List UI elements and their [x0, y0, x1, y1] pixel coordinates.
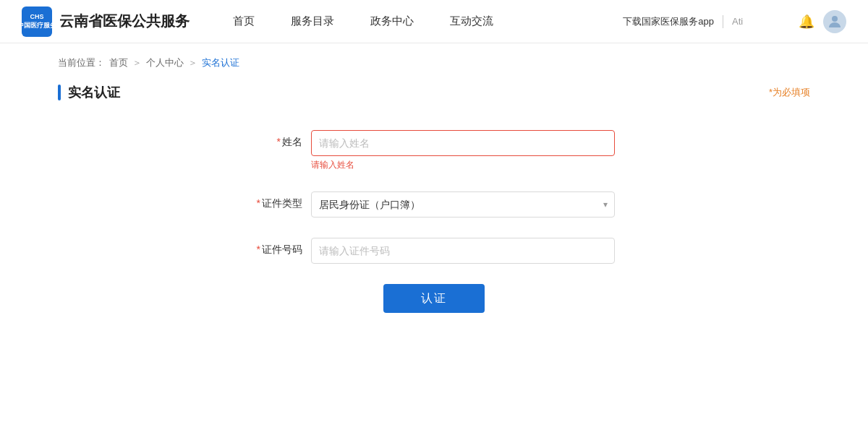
name-required-star: * — [277, 136, 281, 147]
name-field-row: *姓名 请输入姓名 — [253, 130, 615, 171]
page-content: 实名认证 *为必填项 *姓名 请输入姓名 *证件类型 居民身份证（户口簿） — [0, 77, 868, 342]
logo-icon: CHS 中国医疗服务 — [22, 7, 52, 37]
cert-type-field-row: *证件类型 居民身份证（户口簿） 护照 港澳居民来往内地通行证 台湾居民来往大陆… — [253, 191, 615, 218]
svg-point-0 — [832, 16, 838, 22]
page-title-text: 实名认证 — [68, 84, 120, 101]
title-bar-decoration — [58, 85, 61, 100]
name-error-msg: 请输入姓名 — [311, 159, 615, 171]
required-note: *为必填项 — [769, 86, 810, 99]
submit-row: 认证 — [253, 284, 615, 313]
breadcrumb-current: 实名认证 — [202, 56, 239, 69]
avatar[interactable] — [823, 10, 846, 33]
breadcrumb-home[interactable]: 首页 — [109, 56, 128, 69]
name-input[interactable] — [311, 130, 615, 156]
username-display: Ati — [732, 16, 790, 27]
cert-no-input[interactable] — [311, 238, 615, 264]
cert-no-field-row: *证件号码 — [253, 238, 615, 264]
name-label: *姓名 — [253, 130, 311, 149]
real-name-form: *姓名 请输入姓名 *证件类型 居民身份证（户口簿） 护照 港澳居民来往内地通行… — [253, 123, 615, 313]
breadcrumb-prefix: 当前位置： — [58, 56, 105, 69]
nav-interaction[interactable]: 互动交流 — [450, 14, 493, 28]
header-divider — [723, 15, 723, 28]
cert-no-required-star: * — [257, 244, 260, 255]
name-field-wrap: 请输入姓名 — [311, 130, 615, 171]
cert-no-label: *证件号码 — [253, 238, 311, 257]
header-right: 下载国家医保服务app Ati 🔔 — [623, 10, 846, 33]
nav-government[interactable]: 政务中心 — [370, 14, 414, 28]
logo-area: CHS 中国医疗服务 云南省医保公共服务 — [22, 7, 190, 37]
breadcrumb: 当前位置： 首页 ＞ 个人中心 ＞ 实名认证 — [58, 56, 810, 69]
main-nav: 首页 服务目录 政务中心 互动交流 — [233, 14, 623, 28]
cert-type-select[interactable]: 居民身份证（户口簿） 护照 港澳居民来往内地通行证 台湾居民来往大陆通行证 — [311, 191, 615, 218]
nav-home[interactable]: 首页 — [233, 14, 255, 28]
cert-no-field-wrap — [311, 238, 615, 264]
submit-button[interactable]: 认证 — [383, 284, 485, 313]
page-title-row: 实名认证 *为必填项 — [58, 84, 810, 101]
cert-type-required-star: * — [257, 197, 260, 209]
breadcrumb-sep-1: ＞ — [132, 56, 142, 69]
page-title: 实名认证 — [58, 84, 120, 101]
header: CHS 中国医疗服务 云南省医保公共服务 首页 服务目录 政务中心 互动交流 下… — [0, 0, 868, 43]
nav-services[interactable]: 服务目录 — [291, 14, 334, 28]
site-title: 云南省医保公共服务 — [59, 12, 190, 31]
cert-type-label: *证件类型 — [253, 191, 311, 210]
download-app-link[interactable]: 下载国家医保服务app — [623, 15, 714, 28]
cert-type-select-wrap: 居民身份证（户口簿） 护照 港澳居民来往内地通行证 台湾居民来往大陆通行证 ▾ — [311, 191, 615, 218]
breadcrumb-sep-2: ＞ — [188, 56, 197, 69]
breadcrumb-area: 当前位置： 首页 ＞ 个人中心 ＞ 实名认证 — [0, 43, 868, 77]
notification-bell-icon[interactable]: 🔔 — [799, 14, 814, 30]
breadcrumb-personal-center[interactable]: 个人中心 — [146, 56, 184, 69]
cert-type-field-wrap: 居民身份证（户口簿） 护照 港澳居民来往内地通行证 台湾居民来往大陆通行证 ▾ — [311, 191, 615, 218]
